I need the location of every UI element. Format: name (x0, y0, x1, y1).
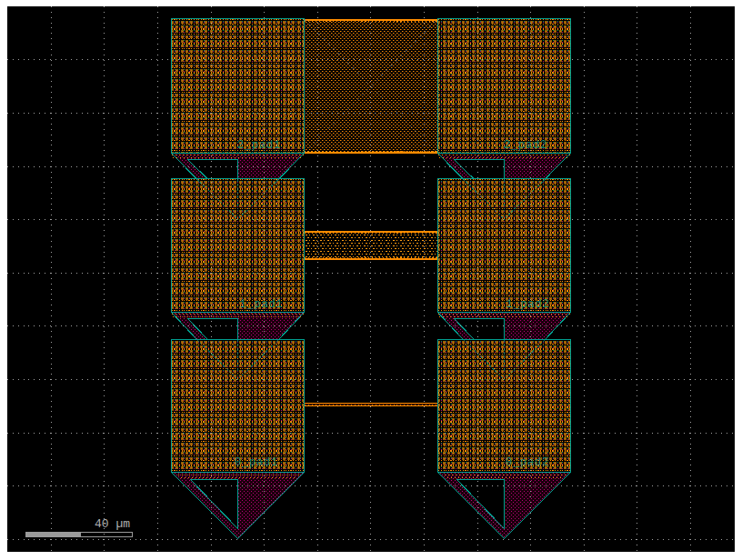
svg-text:0_pad2: 0_pad2 (506, 456, 549, 469)
svg-text:2_pad2: 2_pad2 (504, 139, 547, 152)
svg-text:40 µm: 40 µm (95, 517, 130, 531)
svg-text:2_pad1: 2_pad1 (237, 139, 281, 152)
svg-text:1_pad1: 1_pad1 (240, 298, 284, 311)
svg-text:1_pad2: 1_pad2 (506, 298, 550, 311)
svg-text:0_pad1: 0_pad1 (235, 456, 278, 469)
